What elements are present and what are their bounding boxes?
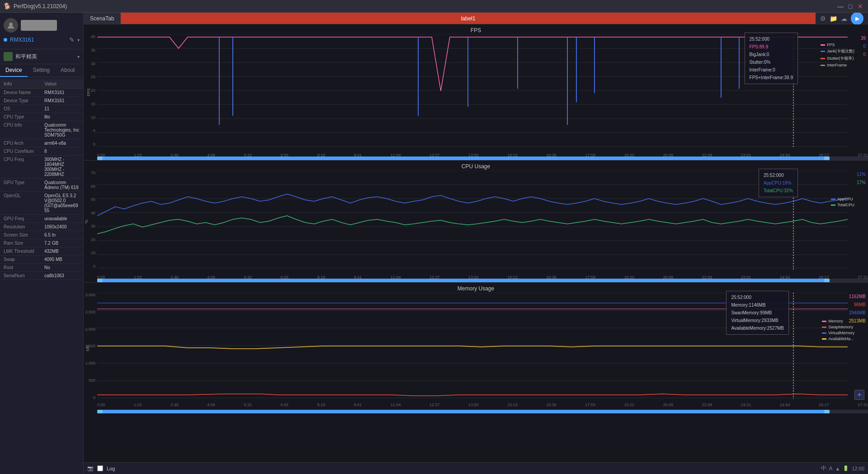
memory-chart-title: Memory Usage	[458, 285, 494, 292]
cpu-chart-wrapper: CPU Usage 706050403020100 %	[84, 160, 868, 282]
app-icon	[4, 52, 13, 61]
cloud-icon[interactable]: ☁	[841, 15, 847, 22]
label1-bar: label1	[121, 13, 816, 24]
add-chart-button[interactable]: +	[854, 390, 864, 400]
fps-right-labels: 39 0 0	[861, 34, 866, 59]
play-button[interactable]: ▶	[851, 13, 863, 25]
info-table-row: Device TypeRMX3161	[0, 97, 83, 105]
device-name-label: RMX3161	[10, 37, 66, 43]
info-table-row: Screen Size6.5 In	[0, 231, 83, 239]
fps-tooltip-time: 25:52:000	[750, 35, 793, 43]
info-val: 432MB	[44, 249, 80, 254]
scenatab-button[interactable]: ScenaTab	[84, 13, 121, 24]
info-table-row: SerialNumca8b1063	[0, 272, 83, 280]
info-table-row: GPU TypeQualcomm Adreno (TM) 619	[0, 179, 83, 192]
top-right-icons: ⚙ 📁 ☁ ▶	[816, 13, 868, 24]
app-row[interactable]: 和平精英 ▾	[0, 49, 83, 64]
screenshot-icon[interactable]: 📷	[87, 465, 94, 471]
info-table-row: CPU Archarm64-v8a	[0, 139, 83, 147]
cpu-tooltip: 25:52:000 AppCPU:16% TotalCPU:32%	[759, 169, 798, 197]
device-dropdown-icon[interactable]: ▾	[77, 38, 80, 43]
maximize-button[interactable]: □	[846, 2, 854, 10]
info-table-row: Device NameRMX3161	[0, 89, 83, 97]
minimize-button[interactable]: —	[836, 2, 844, 10]
info-table-row: OpenGLOpenGL ES 3.2 V@0502.0 (GIT@a05eee…	[0, 192, 83, 215]
info-key: CPU Info	[4, 123, 44, 137]
info-key: OpenGL	[4, 193, 44, 213]
cpu-chart-svg	[97, 171, 848, 270]
info-key: GPU Type	[4, 180, 44, 190]
main-content: RMX3161 ✎ ▾ 和平精英 ▾ Device Setting About …	[0, 13, 868, 474]
right-panel: ScenaTab label1 ⚙ 📁 ☁ ▶ FPS 403530252015…	[84, 13, 868, 474]
mem-scrollbar[interactable]	[97, 410, 868, 413]
info-key: CPU CoreNum	[4, 149, 44, 154]
mem-legend: Memory SwapMemory VirtualMemory Availabl…	[822, 319, 854, 341]
system-tray: 中 A ▲ 🔋 12:00	[821, 465, 864, 472]
info-val: 4095 MB	[44, 257, 80, 262]
device-status-dot	[4, 38, 7, 42]
info-col-key: Info	[4, 81, 44, 86]
info-key: CPU Arch	[4, 141, 44, 146]
info-val: 300MHZ - 1804MHZ 300MHZ - 2208MHZ	[44, 157, 80, 177]
info-val: 1060x2400	[44, 224, 80, 229]
info-table-row: Ram Size7.2 GB	[0, 239, 83, 247]
bottom-bar: 📷 Log 中 A ▲ 🔋 12:00	[84, 462, 868, 474]
fps-tooltip-bigjanko: BigJank:0	[750, 51, 793, 58]
info-val: arm64-v8a	[44, 141, 80, 146]
tabs: Device Setting About	[0, 64, 83, 77]
close-button[interactable]: ✕	[856, 2, 864, 10]
fps-scrollbar-thumb[interactable]	[97, 156, 830, 160]
fps-tooltip-fps-interframe: FPS+InterFrame:39.9	[750, 74, 793, 81]
cpu-right-labels: 11% 17%	[857, 171, 866, 187]
mem-scrollbar-thumb[interactable]	[97, 410, 830, 413]
device-settings-icon[interactable]: ✎	[69, 36, 75, 43]
info-key: Device Type	[4, 98, 44, 103]
fps-scrollbar[interactable]	[97, 156, 868, 160]
avatar	[4, 18, 18, 33]
info-key: CPU Freq	[4, 157, 44, 177]
cpu-scrollbar[interactable]	[97, 279, 868, 282]
settings-icon[interactable]: ⚙	[820, 15, 826, 22]
info-key: Ram Size	[4, 241, 44, 246]
top-bar: ScenaTab label1 ⚙ 📁 ☁ ▶	[84, 13, 868, 24]
info-table-row: CPU CoreNum8	[0, 147, 83, 156]
tab-setting[interactable]: Setting	[28, 64, 55, 77]
log-label: Log	[107, 466, 115, 471]
info-table-row: OS11	[0, 105, 83, 113]
fps-chart-svg	[97, 34, 848, 147]
tab-about[interactable]: About	[55, 64, 80, 77]
info-val: ca8b1063	[44, 273, 80, 278]
info-val: Qualcomm Technologies, Inc SDM750G	[44, 123, 80, 137]
info-key: OS	[4, 106, 44, 111]
cpu-y-label: %	[84, 219, 89, 223]
info-table-row: RootNo	[0, 264, 83, 272]
cpu-scrollbar-thumb[interactable]	[97, 279, 830, 282]
tab-device[interactable]: Device	[0, 64, 28, 77]
info-val: 7.2 GB	[44, 241, 80, 246]
ime-icon: 中	[821, 465, 826, 472]
info-key: Screen Size	[4, 232, 44, 237]
folder-icon[interactable]: 📁	[830, 15, 837, 22]
info-key: Resolution	[4, 224, 44, 229]
info-val: RMX3161	[44, 90, 80, 95]
battery-icon: 🔋	[843, 465, 849, 471]
charts-area[interactable]: FPS 4035302520151050 FPS	[84, 24, 868, 462]
info-val: Qualcomm Adreno (TM) 619	[44, 180, 80, 190]
device-row[interactable]: RMX3161 ✎ ▾	[4, 34, 80, 45]
app-name-label: 和平精英	[15, 53, 75, 61]
info-val: 6.5 In	[44, 232, 80, 237]
info-key: LMK Threshold	[4, 249, 44, 254]
fps-y-label: FPS	[86, 88, 91, 96]
info-val: OpenGL ES 3.2 V@0502.0 (GIT@a05eee6955	[44, 193, 80, 213]
app-dropdown-icon[interactable]: ▾	[77, 54, 80, 59]
fps-tooltip: 25:52:000 FPS:89.9 BigJank:0 Stutter:0% …	[745, 33, 798, 84]
svg-point-0	[9, 23, 13, 26]
device-section: RMX3161 ✎ ▾	[0, 13, 83, 49]
info-key: Swap	[4, 257, 44, 262]
info-col-val: Value	[44, 81, 57, 86]
log-checkbox[interactable]	[97, 465, 103, 471]
info-key: Device Name	[4, 90, 44, 95]
input-lang-icon: A	[829, 465, 833, 472]
clock: 12:00	[852, 466, 864, 471]
info-table-row: CPU Freq300MHZ - 1804MHZ 300MHZ - 2208MH…	[0, 156, 83, 179]
